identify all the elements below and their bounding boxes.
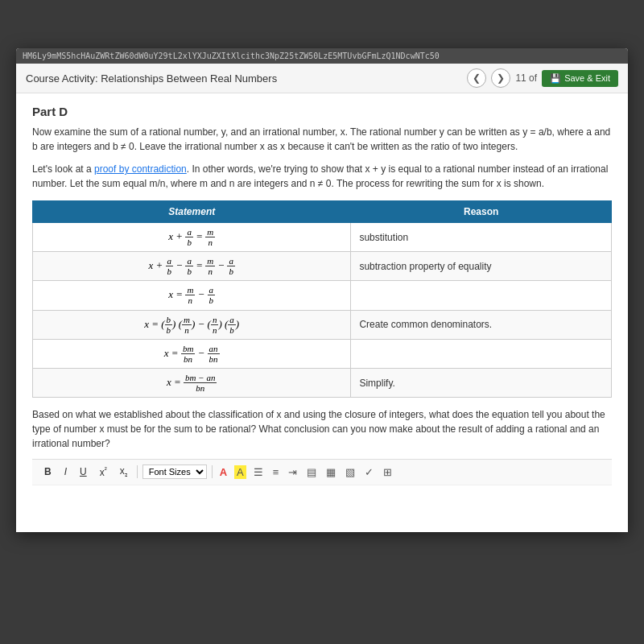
editor-toolbar: B I U x² x₂ Font Sizes Small Medium Larg…	[32, 459, 612, 484]
table-cell-reason: substitution	[351, 223, 612, 252]
subscript-button[interactable]: x₂	[116, 464, 132, 480]
table-row: x = bmbn − anbn	[33, 339, 612, 368]
superscript-button[interactable]: x²	[96, 464, 111, 480]
underline-button[interactable]: U	[76, 464, 91, 479]
align-right-icon[interactable]: ▧	[343, 464, 357, 480]
content-area: Part D Now examine the sum of a rational…	[16, 93, 628, 532]
italic-button[interactable]: I	[60, 464, 71, 479]
list-ordered-icon[interactable]: ≡	[270, 464, 282, 480]
align-left-icon[interactable]: ▤	[304, 464, 319, 480]
address-bar: HM6Ly9mMS5hcHAuZWRtZW60dW0uY29tL2xlYXJuZ…	[16, 48, 628, 64]
font-size-select[interactable]: Font Sizes Small Medium Large	[142, 464, 207, 479]
table-cell-statement: x = bm − anbn	[33, 368, 351, 397]
table-row: x + ab = mn substitution	[33, 223, 612, 252]
font-color-icon[interactable]: A	[217, 464, 229, 480]
nav-controls: ❮ ❯ 11 of 💾 Save & Exit	[467, 68, 618, 88]
page-info: 11 of	[515, 72, 537, 84]
highlight-icon[interactable]: A	[234, 465, 246, 479]
list-unordered-icon[interactable]: ☰	[251, 464, 266, 480]
table-row: x = mn − ab	[33, 281, 612, 310]
bottom-paragraph: Based on what we established about the c…	[32, 407, 612, 451]
table-cell-reason: Simplify.	[351, 368, 612, 397]
table-cell-statement: x + ab = mn	[33, 223, 351, 252]
checkmark-icon[interactable]: ✓	[362, 464, 376, 480]
table-cell-statement: x = mn − ab	[33, 281, 351, 310]
part-d-heading: Part D	[32, 105, 612, 118]
table-cell-statement: x = (bb) (mn) − (nn) (ab)	[33, 310, 351, 339]
paragraph-2: Let's look at a proof by contradiction. …	[32, 162, 612, 191]
proof-by-contradiction-link[interactable]: proof by contradiction	[94, 163, 187, 175]
table-cell-reason	[351, 281, 612, 310]
table-row: x = bm − anbn Simplify.	[33, 368, 612, 397]
table-header-reason: Reason	[351, 201, 612, 223]
paragraph-1: Now examine the sum of a rational number…	[32, 125, 612, 154]
answer-input-area[interactable]	[32, 485, 612, 521]
table-row: x = (bb) (mn) − (nn) (ab) Create common …	[33, 310, 612, 339]
indent-icon[interactable]: ⇥	[286, 464, 299, 480]
table-cell-reason	[351, 339, 612, 368]
bold-button[interactable]: B	[40, 464, 56, 479]
table-header-statement: Statement	[33, 201, 351, 223]
save-exit-button[interactable]: 💾 Save & Exit	[542, 70, 618, 87]
table-icon[interactable]: ⊞	[381, 464, 394, 480]
nav-bar: Course Activity: Relationships Between R…	[16, 64, 628, 93]
prev-button[interactable]: ❮	[467, 68, 486, 88]
table-cell-reason: subtraction property of equality	[351, 252, 612, 281]
toolbar-separator-2	[212, 465, 213, 478]
page-title: Course Activity: Relationships Between R…	[26, 72, 277, 85]
table-cell-statement: x = bmbn − anbn	[33, 339, 351, 368]
table-row: x + ab − ab = mn − ab subtraction proper…	[33, 252, 612, 281]
table-cell-reason: Create common denominators.	[351, 310, 612, 339]
save-icon: 💾	[550, 73, 561, 84]
table-cell-statement: x + ab − ab = mn − ab	[33, 252, 351, 281]
next-button[interactable]: ❯	[491, 68, 510, 88]
proof-table: Statement Reason x + ab = mn substitutio…	[32, 200, 612, 398]
toolbar-separator	[137, 465, 138, 478]
align-center-icon[interactable]: ▦	[324, 464, 338, 480]
